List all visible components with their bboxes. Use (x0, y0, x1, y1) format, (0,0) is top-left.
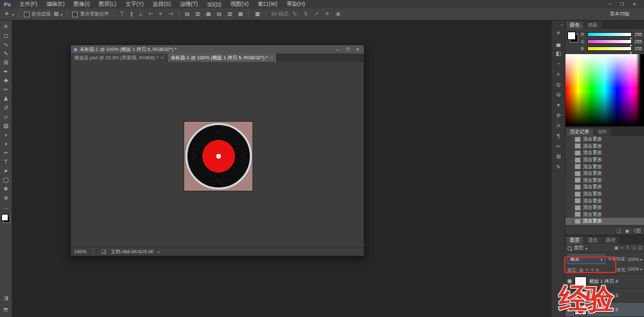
document-titlebar[interactable]: ▣ 未标题-1 @ 100% (椭圆 1 拷贝 5, RGB/32*) * ─ … (71, 45, 364, 53)
channel-value[interactable]: 255 (634, 46, 642, 51)
paragraph-icon[interactable]: ¶ (552, 131, 565, 141)
move-tool-icon[interactable]: ✛ (0, 22, 12, 31)
history-source-column[interactable] (567, 191, 573, 198)
delete-state-icon[interactable]: ⌫ (634, 228, 641, 234)
align-right-icon[interactable]: ⊣ (167, 12, 174, 17)
history-source-column[interactable] (567, 163, 573, 170)
filter-shape-icon[interactable]: ❏ (632, 245, 636, 251)
healing-brush-tool-icon[interactable]: ✚ (0, 76, 12, 85)
channel-slider[interactable]: ▲ (587, 39, 632, 44)
doc-close-icon[interactable]: ✕ (356, 47, 359, 52)
auto-select-checkbox[interactable] (24, 12, 30, 17)
history-source-column[interactable] (567, 136, 573, 143)
distribute-left-icon[interactable]: ▤ (216, 12, 223, 17)
history-source-column[interactable] (567, 170, 573, 177)
chevron-down-icon[interactable]: ▾ (61, 12, 62, 17)
history-source-column[interactable] (567, 149, 573, 157)
history-source-column[interactable] (567, 204, 573, 211)
brush-panel-icon[interactable]: ⊞ (552, 151, 565, 162)
history-source-column[interactable] (567, 157, 573, 164)
distribute-vcenter-icon[interactable]: ▥ (194, 12, 202, 17)
type-tool-icon[interactable]: T (0, 157, 12, 166)
zoom-tool-icon[interactable]: ⊕ (0, 193, 12, 202)
edit-toolbar-icon[interactable]: … (0, 202, 12, 211)
layers-panel-tab[interactable]: 图层 (566, 236, 583, 244)
panel-color-swatches[interactable] (567, 32, 578, 43)
filter-pixel-icon[interactable]: ▣ (614, 245, 619, 251)
3d-drag-icon[interactable]: ⇗ (313, 12, 320, 17)
clone-source-icon[interactable]: ◎ (552, 79, 565, 90)
brush-presets-icon[interactable]: ✎ (552, 162, 565, 172)
color-swatches[interactable] (1, 214, 10, 223)
menu-item[interactable]: 选择(S) (148, 1, 175, 8)
slider-marker-icon[interactable]: ▲ (629, 50, 632, 54)
new-snapshot-icon[interactable]: ◉ (625, 228, 630, 234)
opacity-value[interactable]: 100% (628, 257, 639, 262)
maximize-icon[interactable]: ❐ (620, 2, 624, 7)
distribute-hcenter-icon[interactable]: ▥ (226, 12, 234, 17)
quick-selection-tool-icon[interactable]: ✎ (0, 49, 12, 58)
history-source-column[interactable] (567, 143, 573, 150)
3d-roll-icon[interactable]: ⇅ (302, 12, 309, 17)
tab-actions[interactable]: 动作 (594, 128, 611, 136)
status-menu-arrow-icon[interactable]: ▸ (158, 249, 160, 254)
chevron-down-icon[interactable]: ▾ (640, 267, 642, 273)
panel-foreground-swatch[interactable] (567, 32, 576, 40)
document-tab[interactable]: 播放器.psd @ 33.3% (黑胶碟, RGB/8) * × (71, 53, 167, 62)
close-icon[interactable]: ✕ (632, 2, 636, 7)
align-top-icon[interactable]: ⊤ (118, 12, 126, 17)
character-styles-icon[interactable]: A (552, 120, 565, 131)
channel-slider[interactable]: ▲ (587, 46, 632, 51)
navigator-icon[interactable]: ≡ (552, 69, 565, 79)
show-transform-checkbox[interactable] (72, 12, 78, 17)
zoom-level[interactable]: 100% (74, 249, 86, 255)
align-bottom-icon[interactable]: ⊥ (137, 12, 144, 17)
pen-tool-icon[interactable]: ✑ (0, 148, 12, 157)
fill-value[interactable]: 100% (628, 267, 639, 273)
gradient-tool-icon[interactable]: ▨ (0, 121, 12, 130)
history-state-row[interactable]: 混合更改 (565, 184, 644, 191)
history-state-row[interactable]: 混合更改 (565, 204, 644, 211)
timeline-icon[interactable]: ⊖ (552, 90, 565, 100)
menu-item[interactable]: 视图(V) (226, 1, 253, 8)
tab-close-icon[interactable]: × (270, 55, 273, 60)
move-tool-option-icon[interactable]: ✛ (3, 12, 10, 17)
expand-dock-icon[interactable]: « (561, 23, 565, 26)
layers-panel-tab[interactable]: 通道 (584, 236, 601, 244)
channel-slider[interactable]: ▲ (587, 32, 632, 37)
styles-icon[interactable]: ▄ (552, 38, 565, 48)
tab-history[interactable]: 历史记录 (566, 128, 593, 136)
document-tab[interactable]: 未标题-1 @ 100% (椭圆 1 拷贝 5, RGB/32*) * × (167, 53, 277, 62)
path-selection-tool-icon[interactable]: ➤ (0, 166, 12, 175)
properties-icon[interactable]: ✦ (552, 100, 565, 110)
tool-preset-caret-icon[interactable]: ▾ (12, 12, 14, 17)
menu-item[interactable]: 帮助(H) (282, 1, 310, 8)
tab-swatches[interactable]: 色板 (584, 21, 601, 29)
channel-value[interactable]: 255 (634, 32, 642, 37)
eraser-tool-icon[interactable]: ▱ (0, 112, 12, 121)
tab-color[interactable]: 颜色 (566, 21, 583, 29)
paths-ops-icon[interactable]: ✂ (552, 141, 565, 151)
foreground-color-swatch[interactable] (1, 214, 8, 221)
tab-close-icon[interactable]: × (161, 55, 164, 60)
menu-item[interactable]: 文字(Y) (121, 1, 148, 8)
minimize-icon[interactable]: ─ (609, 2, 612, 7)
history-state-row[interactable]: 混合更改 (565, 143, 644, 150)
history-source-column[interactable] (567, 211, 573, 218)
canvas-area[interactable] (71, 62, 364, 247)
color-spectrum-ramp[interactable] (565, 54, 644, 126)
history-state-row[interactable]: 混合更改 (565, 197, 644, 204)
lasso-tool-icon[interactable]: ∿ (0, 40, 12, 49)
3d-slide-icon[interactable]: ✛ (324, 12, 331, 17)
filter-type-icon[interactable]: T (627, 245, 629, 251)
dodge-tool-icon[interactable]: ◖ (0, 139, 12, 148)
new-doc-from-state-icon[interactable]: ❏ (616, 228, 621, 234)
blur-tool-icon[interactable]: ◗ (0, 130, 12, 139)
doc-minimize-icon[interactable]: ─ (336, 47, 339, 52)
eyedropper-tool-icon[interactable]: ✒ (0, 67, 12, 76)
history-state-row[interactable]: 混合更改 (565, 136, 644, 143)
align-left-icon[interactable]: ⊢ (147, 12, 155, 17)
history-state-row[interactable]: 混合更改 (565, 163, 644, 170)
auto-select-value[interactable]: 组 (54, 11, 59, 17)
3d-scale-icon[interactable]: ▣ (334, 12, 342, 17)
